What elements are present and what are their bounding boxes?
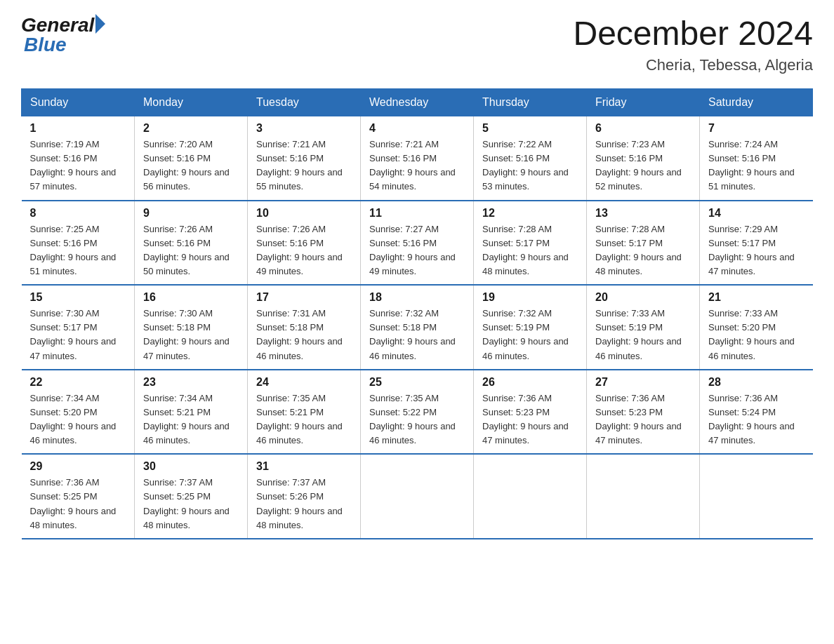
day-info: Sunrise: 7:29 AMSunset: 5:17 PMDaylight:…	[708, 224, 795, 276]
month-title: December 2024	[573, 14, 813, 53]
table-row: 22 Sunrise: 7:34 AMSunset: 5:20 PMDaylig…	[22, 370, 135, 455]
table-row: 2 Sunrise: 7:20 AMSunset: 5:16 PMDayligh…	[135, 116, 248, 201]
day-info: Sunrise: 7:32 AMSunset: 5:19 PMDaylight:…	[482, 308, 569, 361]
table-row: 5 Sunrise: 7:22 AMSunset: 5:16 PMDayligh…	[474, 116, 587, 201]
day-number: 23	[143, 376, 239, 389]
day-info: Sunrise: 7:33 AMSunset: 5:19 PMDaylight:…	[595, 308, 682, 361]
day-number: 14	[708, 207, 805, 220]
table-row: 10 Sunrise: 7:26 AMSunset: 5:16 PMDaylig…	[248, 201, 361, 286]
table-row: 18 Sunrise: 7:32 AMSunset: 5:18 PMDaylig…	[361, 285, 474, 370]
day-info: Sunrise: 7:36 AMSunset: 5:23 PMDaylight:…	[482, 393, 569, 445]
day-number: 20	[595, 291, 691, 304]
table-row: 15 Sunrise: 7:30 AMSunset: 5:17 PMDaylig…	[22, 285, 135, 370]
day-info: Sunrise: 7:31 AMSunset: 5:18 PMDaylight:…	[256, 308, 343, 361]
table-row: 20 Sunrise: 7:33 AMSunset: 5:19 PMDaylig…	[587, 285, 700, 370]
day-info: Sunrise: 7:21 AMSunset: 5:16 PMDaylight:…	[369, 139, 456, 192]
day-info: Sunrise: 7:35 AMSunset: 5:22 PMDaylight:…	[369, 393, 456, 445]
logo-arrow-icon	[95, 14, 105, 34]
table-row: 6 Sunrise: 7:23 AMSunset: 5:16 PMDayligh…	[587, 116, 700, 201]
day-info: Sunrise: 7:23 AMSunset: 5:16 PMDaylight:…	[595, 139, 682, 192]
table-row: 21 Sunrise: 7:33 AMSunset: 5:20 PMDaylig…	[700, 285, 813, 370]
day-number: 17	[256, 291, 352, 304]
day-number: 7	[708, 122, 805, 135]
page-header: General Blue December 2024 Cheria, Tebes…	[21, 14, 813, 74]
table-row: 14 Sunrise: 7:29 AMSunset: 5:17 PMDaylig…	[700, 201, 813, 286]
table-row: 26 Sunrise: 7:36 AMSunset: 5:23 PMDaylig…	[474, 370, 587, 455]
day-info: Sunrise: 7:26 AMSunset: 5:16 PMDaylight:…	[143, 224, 230, 276]
col-wednesday: Wednesday	[361, 89, 474, 116]
title-section: December 2024 Cheria, Tebessa, Algeria	[573, 14, 813, 74]
day-number: 26	[482, 376, 578, 389]
day-info: Sunrise: 7:28 AMSunset: 5:17 PMDaylight:…	[595, 224, 682, 276]
day-number: 1	[30, 122, 126, 135]
day-number: 2	[143, 122, 239, 135]
location-title: Cheria, Tebessa, Algeria	[573, 56, 813, 74]
table-row: 19 Sunrise: 7:32 AMSunset: 5:19 PMDaylig…	[474, 285, 587, 370]
day-info: Sunrise: 7:34 AMSunset: 5:21 PMDaylight:…	[143, 393, 230, 445]
day-number: 29	[30, 460, 126, 473]
day-number: 13	[595, 207, 691, 220]
day-info: Sunrise: 7:27 AMSunset: 5:16 PMDaylight:…	[369, 224, 456, 276]
table-row	[700, 454, 813, 539]
table-row: 8 Sunrise: 7:25 AMSunset: 5:16 PMDayligh…	[22, 201, 135, 286]
day-number: 31	[256, 460, 352, 473]
day-number: 25	[369, 376, 465, 389]
calendar-table: Sunday Monday Tuesday Wednesday Thursday…	[21, 88, 813, 539]
col-saturday: Saturday	[700, 89, 813, 116]
day-info: Sunrise: 7:36 AMSunset: 5:23 PMDaylight:…	[595, 393, 682, 445]
col-thursday: Thursday	[474, 89, 587, 116]
table-row: 1 Sunrise: 7:19 AMSunset: 5:16 PMDayligh…	[22, 116, 135, 201]
day-info: Sunrise: 7:32 AMSunset: 5:18 PMDaylight:…	[369, 308, 456, 361]
day-info: Sunrise: 7:36 AMSunset: 5:24 PMDaylight:…	[708, 393, 795, 445]
col-friday: Friday	[587, 89, 700, 116]
day-info: Sunrise: 7:24 AMSunset: 5:16 PMDaylight:…	[708, 139, 795, 192]
table-row: 29 Sunrise: 7:36 AMSunset: 5:25 PMDaylig…	[22, 454, 135, 539]
day-number: 18	[369, 291, 465, 304]
table-row: 16 Sunrise: 7:30 AMSunset: 5:18 PMDaylig…	[135, 285, 248, 370]
day-number: 30	[143, 460, 239, 473]
day-number: 10	[256, 207, 352, 220]
table-row: 17 Sunrise: 7:31 AMSunset: 5:18 PMDaylig…	[248, 285, 361, 370]
table-row: 23 Sunrise: 7:34 AMSunset: 5:21 PMDaylig…	[135, 370, 248, 455]
day-number: 9	[143, 207, 239, 220]
table-row: 11 Sunrise: 7:27 AMSunset: 5:16 PMDaylig…	[361, 201, 474, 286]
table-row: 4 Sunrise: 7:21 AMSunset: 5:16 PMDayligh…	[361, 116, 474, 201]
calendar-week-row: 29 Sunrise: 7:36 AMSunset: 5:25 PMDaylig…	[22, 454, 813, 539]
day-number: 15	[30, 291, 126, 304]
day-info: Sunrise: 7:33 AMSunset: 5:20 PMDaylight:…	[708, 308, 795, 361]
day-info: Sunrise: 7:22 AMSunset: 5:16 PMDaylight:…	[482, 139, 569, 192]
day-number: 21	[708, 291, 805, 304]
table-row	[474, 454, 587, 539]
day-info: Sunrise: 7:21 AMSunset: 5:16 PMDaylight:…	[256, 139, 343, 192]
day-number: 19	[482, 291, 578, 304]
col-monday: Monday	[135, 89, 248, 116]
col-tuesday: Tuesday	[248, 89, 361, 116]
day-info: Sunrise: 7:26 AMSunset: 5:16 PMDaylight:…	[256, 224, 343, 276]
day-number: 27	[595, 376, 691, 389]
calendar-header-row: Sunday Monday Tuesday Wednesday Thursday…	[22, 89, 813, 116]
day-number: 3	[256, 122, 352, 135]
day-info: Sunrise: 7:19 AMSunset: 5:16 PMDaylight:…	[30, 139, 117, 192]
day-number: 8	[30, 207, 126, 220]
day-info: Sunrise: 7:20 AMSunset: 5:16 PMDaylight:…	[143, 139, 230, 192]
table-row: 9 Sunrise: 7:26 AMSunset: 5:16 PMDayligh…	[135, 201, 248, 286]
day-info: Sunrise: 7:36 AMSunset: 5:25 PMDaylight:…	[30, 477, 117, 530]
day-number: 11	[369, 207, 465, 220]
table-row: 31 Sunrise: 7:37 AMSunset: 5:26 PMDaylig…	[248, 454, 361, 539]
day-info: Sunrise: 7:37 AMSunset: 5:26 PMDaylight:…	[256, 477, 343, 530]
table-row: 3 Sunrise: 7:21 AMSunset: 5:16 PMDayligh…	[248, 116, 361, 201]
day-info: Sunrise: 7:30 AMSunset: 5:18 PMDaylight:…	[143, 308, 230, 361]
table-row: 13 Sunrise: 7:28 AMSunset: 5:17 PMDaylig…	[587, 201, 700, 286]
table-row	[361, 454, 474, 539]
day-info: Sunrise: 7:25 AMSunset: 5:16 PMDaylight:…	[30, 224, 117, 276]
col-sunday: Sunday	[22, 89, 135, 116]
table-row: 24 Sunrise: 7:35 AMSunset: 5:21 PMDaylig…	[248, 370, 361, 455]
day-number: 6	[595, 122, 691, 135]
table-row: 30 Sunrise: 7:37 AMSunset: 5:25 PMDaylig…	[135, 454, 248, 539]
day-info: Sunrise: 7:28 AMSunset: 5:17 PMDaylight:…	[482, 224, 569, 276]
calendar-week-row: 22 Sunrise: 7:34 AMSunset: 5:20 PMDaylig…	[22, 370, 813, 455]
day-number: 28	[708, 376, 805, 389]
day-number: 4	[369, 122, 465, 135]
day-info: Sunrise: 7:35 AMSunset: 5:21 PMDaylight:…	[256, 393, 343, 445]
day-info: Sunrise: 7:30 AMSunset: 5:17 PMDaylight:…	[30, 308, 117, 361]
